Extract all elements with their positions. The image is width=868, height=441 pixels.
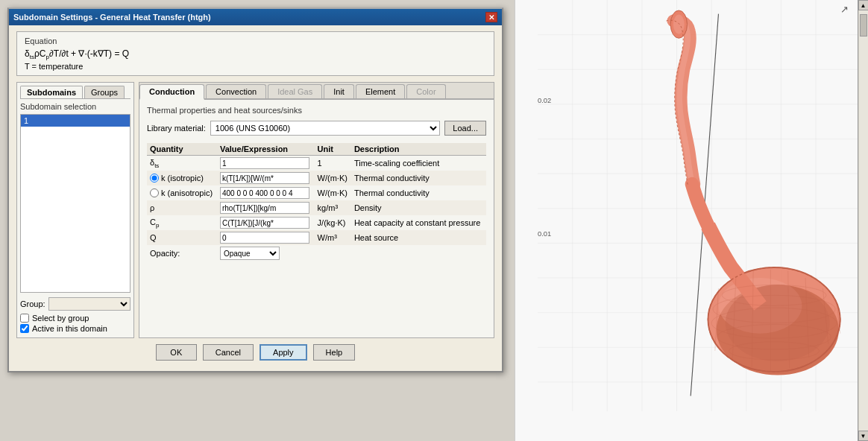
tab-ideal-gas[interactable]: Ideal Gas [268,84,322,98]
thermal-section-header: Thermal properties and heat sources/sink… [147,106,486,115]
viewport-svg: 0.02 0.01 [538,0,858,411]
subdomains-panel: Subdomains Groups Subdomain selection 1 … [16,82,134,338]
dialog-body: Equation δtsρCp∂T/∂t + ∇·(-k∇T) = Q T = … [9,25,502,371]
subdomain-tabs: Subdomains Groups [20,86,130,99]
input-k-iso[interactable] [220,172,309,184]
tab-conduction[interactable]: Conduction [139,84,204,100]
ok-button[interactable]: OK [156,344,197,361]
input-cp[interactable] [220,217,309,229]
table-row: Cp J/(kg·K) Heat capacity at constant pr… [147,215,486,230]
library-label: Library material: [147,124,206,133]
scroll-down-button[interactable]: ▼ [858,431,869,441]
dialog-title: Subdomain Settings - General Heat Transf… [13,13,211,22]
col-value: Value/Expression [217,143,315,156]
value-delta-ts [217,156,315,171]
tab-subdomains[interactable]: Subdomains [20,86,83,98]
unit-rho: kg/m³ [315,200,351,215]
table-row: k (isotropic) W/(m·K) Thermal conductivi… [147,171,486,185]
properties-table: Quantity Value/Expression Unit Descripti… [147,143,486,261]
desc-cp: Heat capacity at constant pressure [351,215,486,230]
quantity-delta-ts: δts [147,156,217,171]
select-by-group-row: Select by group [20,314,130,323]
tab-element[interactable]: Element [356,84,405,98]
subdomain-settings-dialog: Subdomain Settings - General Heat Transf… [7,7,503,372]
apply-button[interactable]: Apply [260,344,307,361]
equation-label: Equation [25,37,486,45]
unit-k-aniso: W/(m·K) [315,185,351,200]
svg-text:0.01: 0.01 [538,230,551,238]
library-row: Library material: 1006 (UNS G10060) Load… [147,121,486,136]
equation-section: Equation δtsρCp∂T/∂t + ∇·(-k∇T) = Q T = … [16,31,494,76]
value-q [217,230,315,245]
tab-groups[interactable]: Groups [84,86,125,98]
subdomain-item-1[interactable]: 1 [21,115,130,127]
load-button[interactable]: Load... [444,121,486,136]
value-cp [217,215,315,230]
input-rho[interactable] [220,202,309,214]
dialog-footer: OK Cancel Apply Help [16,338,494,365]
desc-delta-ts: Time-scaling coefficient [351,156,486,171]
opacity-value: Opaque [217,245,315,261]
quantity-k-iso: k (isotropic) [147,171,217,185]
value-rho [217,200,315,215]
unit-k-iso: W/(m·K) [315,171,351,185]
table-row: ρ kg/m³ Density [147,200,486,215]
dialog-container: Subdomain Settings - General Heat Transf… [0,0,515,441]
content-tabs: Conduction Convection Ideal Gas Init Ele… [139,83,494,100]
active-in-domain-checkbox[interactable] [20,324,29,333]
tab-init[interactable]: Init [324,84,354,98]
quantity-q: Q [147,230,217,245]
library-select[interactable]: 1006 (UNS G10060) [210,121,441,136]
subdomain-list[interactable]: 1 [20,114,130,293]
right-panel: Conduction Convection Ideal Gas Init Ele… [139,82,494,338]
desc-k-aniso: Thermal conductivity [351,185,486,200]
active-in-domain-label: Active in this domain [32,324,107,333]
desc-k-iso: Thermal conductivity [351,171,486,185]
unit-cp: J/(kg·K) [315,215,351,230]
quantity-rho: ρ [147,200,217,215]
table-row: Q W/m³ Heat source [147,230,486,245]
equation-temp: T = temperature [25,62,486,71]
close-button[interactable]: ✕ [485,12,497,22]
help-button[interactable]: Help [313,344,356,361]
group-label: Group: [20,299,45,308]
viewport-panel: 0.02 0.01 [515,0,868,441]
select-by-group-label: Select by group [32,314,89,323]
desc-q: Heat source [351,230,486,245]
input-delta-ts[interactable] [220,157,309,169]
scroll-thumb[interactable] [860,14,867,37]
lower-area: Subdomains Groups Subdomain selection 1 … [16,82,494,338]
svg-text:↗: ↗ [840,4,849,15]
select-by-group-checkbox[interactable] [20,314,29,323]
tab-content-conduction: Thermal properties and heat sources/sink… [139,100,494,267]
title-bar: Subdomain Settings - General Heat Transf… [9,9,502,25]
input-k-aniso[interactable] [220,187,309,199]
desc-rho: Density [351,200,486,215]
table-row: δts 1 Time-scaling coefficient [147,156,486,171]
scroll-up-button[interactable]: ▲ [858,0,869,10]
scroll-track [859,10,868,431]
table-row-opacity: Opacity: Opaque [147,245,486,261]
svg-text:0.02: 0.02 [538,97,551,104]
value-k-iso [217,171,315,185]
tab-color[interactable]: Color [406,84,445,98]
col-unit: Unit [315,143,351,156]
radio-k-aniso[interactable] [150,188,159,197]
group-row: Group: [20,297,130,311]
group-select[interactable] [48,297,130,311]
cancel-button[interactable]: Cancel [203,344,254,361]
subdomain-selection-label: Subdomain selection [20,102,130,111]
radio-k-iso[interactable] [150,174,159,183]
value-k-aniso [217,185,315,200]
col-description: Description [351,143,486,156]
quantity-cp: Cp [147,215,217,230]
table-row: k (anisotropic) W/(m·K) Thermal conducti… [147,185,486,200]
vertical-scrollbar[interactable]: ▲ ▼ [858,0,868,441]
input-q[interactable] [220,232,309,244]
opacity-label: Opacity: [147,245,217,261]
unit-q: W/m³ [315,230,351,245]
equation-formula: δtsρCp∂T/∂t + ∇·(-k∇T) = Q [25,48,486,60]
opacity-select[interactable]: Opaque [220,247,280,260]
col-quantity: Quantity [147,143,217,156]
tab-convection[interactable]: Convection [206,84,266,98]
